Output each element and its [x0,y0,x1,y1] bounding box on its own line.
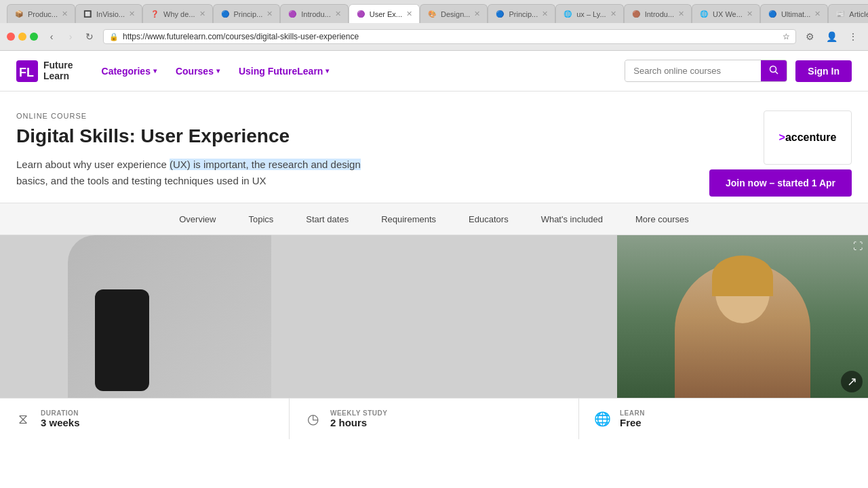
nav-using-futurelearn[interactable]: Using FutureLearn ▾ [231,60,337,82]
browser-tabs: 📦 Produc... ✕ 🔲 InVisio... ✕ ❓ Why de...… [0,0,868,23]
tab-title-7: Design... [441,10,470,18]
tab-12[interactable]: 🔵 Ultimat... ✕ [760,4,828,23]
tab-close-3[interactable]: ✕ [199,9,205,18]
traffic-light-yellow[interactable] [18,33,26,41]
course-desc-line2: basics, and the tools and testing techni… [16,175,267,186]
tab-10[interactable]: 🟤 Introdu... ✕ [624,4,692,23]
sec-nav-requirements[interactable]: Requirements [378,214,439,224]
video-overlay[interactable]: ⛶ ↗ [617,235,868,398]
traffic-light-green[interactable] [30,33,38,41]
secondary-navigation: Overview Topics Start dates Requirements… [0,203,868,235]
online-course-label: ONLINE COURSE [16,112,567,120]
search-box[interactable] [625,60,787,82]
lock-icon: 🔒 [109,33,119,41]
tab-title-2: InVisio... [96,10,125,18]
traffic-lights [7,33,38,41]
sec-nav-start-dates[interactable]: Start dates [303,214,351,224]
back-button[interactable]: ‹ [43,28,60,45]
search-button[interactable] [761,60,787,81]
tab-13[interactable]: 📰 Article:... ✕ [828,4,868,23]
tab-close-1[interactable]: ✕ [62,9,68,18]
sec-nav-overview[interactable]: Overview [176,214,218,224]
stat-weekly-label: WEEKLY STUDY [330,409,387,417]
nav-courses-label: Courses [176,66,214,77]
star-icon[interactable]: ☆ [783,32,790,41]
menu-icon[interactable]: ⋮ [845,28,861,45]
tab-3[interactable]: ❓ Why de... ✕ [142,4,212,23]
learn-icon: 🌐 [593,411,612,427]
tab-title-3: Why de... [163,10,195,18]
stats-bar: ⧖ DURATION 3 weeks ◷ WEEKLY STUDY 2 hour… [0,398,868,439]
sec-nav-educators[interactable]: Educators [466,214,511,224]
reload-button[interactable]: ↻ [81,28,98,45]
tab-close-7[interactable]: ✕ [474,9,480,18]
nav-using-label: Using FutureLearn [239,66,323,77]
tab-title-11: UX We... [713,10,743,18]
tab-close-4[interactable]: ✕ [267,9,273,18]
tab-1[interactable]: 📦 Produc... ✕ [7,4,75,23]
traffic-light-red[interactable] [7,33,15,41]
video-player [617,235,868,398]
profile-icon[interactable]: 👤 [823,28,840,45]
url-text: https://www.futurelearn.com/courses/digi… [123,32,778,41]
site-content: FL Future Learn Categories ▾ Courses ▾ U… [0,51,868,439]
sec-nav-more-courses[interactable]: More courses [633,214,692,224]
tab-close-6[interactable]: ✕ [406,9,412,18]
extensions-icon[interactable]: ⚙ [802,28,818,45]
tab-7[interactable]: 🎨 Design... ✕ [420,4,488,23]
accenture-arrow-symbol: > [779,131,785,143]
tab-8[interactable]: 🔵 Princip... ✕ [488,4,555,23]
nav-courses[interactable]: Courses ▾ [167,60,228,82]
sec-nav-whats-included[interactable]: What's included [538,214,606,224]
tab-6-active[interactable]: 🟣 User Ex... ✕ [349,4,420,23]
tab-4[interactable]: 🔵 Princip... ✕ [213,4,281,23]
phone-shape [95,289,149,391]
tab-close-11[interactable]: ✕ [747,9,753,18]
tab-close-2[interactable]: ✕ [129,9,135,18]
stat-learn-content: LEARN Free [620,409,645,428]
sec-nav-topics[interactable]: Topics [245,214,276,224]
join-now-button[interactable]: Join now – started 1 Apr [709,169,852,197]
stat-weekly-study: ◷ WEEKLY STUDY 2 hours [290,399,579,439]
video-expand-button[interactable]: ⛶ [853,241,863,251]
tab-close-9[interactable]: ✕ [610,9,616,18]
tab-favicon-3: ❓ [150,9,159,19]
highlight-text: (UX) is important, the research and desi… [170,159,361,170]
tab-close-8[interactable]: ✕ [542,9,548,18]
tab-2[interactable]: 🔲 InVisio... ✕ [75,4,142,23]
tab-11[interactable]: 🌐 UX We... ✕ [692,4,760,23]
courses-chevron-icon: ▾ [216,67,220,75]
tab-close-5[interactable]: ✕ [335,9,341,18]
tab-close-10[interactable]: ✕ [678,9,684,18]
search-input[interactable] [625,61,761,81]
tab-favicon-5: 🟣 [288,9,297,19]
tab-5[interactable]: 🟣 Introdu... ✕ [280,4,348,23]
tab-title-1: Produc... [28,10,58,18]
address-bar[interactable]: 🔒 https://www.futurelearn.com/courses/di… [103,29,796,44]
logo-svg: FL [16,60,38,82]
tab-favicon-11: 🌐 [699,9,709,19]
browser-chrome: 📦 Produc... ✕ 🔲 InVisio... ✕ ❓ Why de...… [0,0,868,51]
duration-icon: ⧖ [14,411,33,427]
tab-title-12: Ultimat... [781,10,810,18]
hero-wrapper: ⛶ ↗ ⧖ DURATION 3 weeks ◷ WEEKLY STUDY 2 … [0,235,868,439]
nav-categories[interactable]: Categories ▾ [94,60,165,82]
tab-favicon-6: 🟣 [356,9,366,19]
tab-9[interactable]: 🌐 ux – Ly... ✕ [555,4,623,23]
logo-line1: Future [43,60,73,70]
hero-section: ⛶ ↗ [0,235,868,398]
tab-title-13: Article:... [849,10,868,18]
site-logo[interactable]: FL Future Learn [16,60,73,82]
stat-learn: 🌐 LEARN Free [579,399,868,439]
stat-learn-value: Free [620,417,645,428]
stat-duration-value: 3 weeks [41,417,80,428]
logo-line2: Learn [43,71,73,81]
tab-close-12[interactable]: ✕ [814,9,821,18]
tab-title-5: Introdu... [301,10,330,18]
course-hero: ONLINE COURSE Digital Skills: User Exper… [0,92,583,203]
video-expand-icon[interactable]: ↗ [841,371,863,392]
tab-favicon-4: 🔵 [220,9,230,19]
partner-logo-box: >accenture [764,110,852,165]
forward-button[interactable]: › [62,28,79,45]
sign-in-button[interactable]: Sign In [795,60,852,82]
